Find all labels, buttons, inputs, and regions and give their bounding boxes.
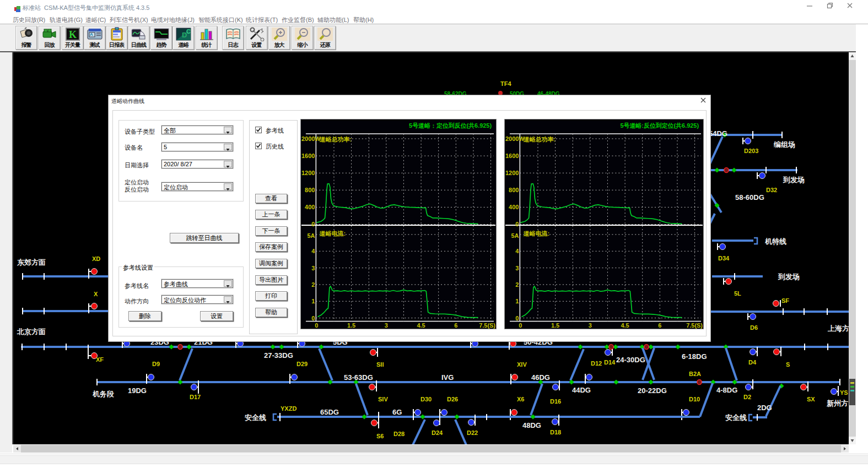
svg-text:D4: D4 [748, 359, 757, 366]
svg-text:X: X [94, 291, 98, 297]
svg-text:TF4: TF4 [500, 80, 511, 87]
svg-text:到发场: 到发场 [783, 176, 805, 184]
svg-text:D24: D24 [432, 429, 443, 436]
svg-text:YXZD: YXZD [281, 405, 296, 412]
svg-text:安全线: 安全线 [245, 413, 266, 422]
svg-text:机特线: 机特线 [764, 237, 786, 246]
svg-text:S6: S6 [376, 433, 384, 439]
svg-text:D6: D6 [750, 324, 758, 331]
svg-text:D18: D18 [550, 429, 561, 436]
svg-text:D26: D26 [447, 396, 458, 402]
svg-text:道峪总功率:: 道峪总功率: [319, 136, 352, 143]
svg-text:D22: D22 [467, 429, 478, 436]
svg-text:19DG: 19DG [128, 387, 147, 395]
svg-text:5号道峪:反位到定位(共6.925): 5号道峪:反位到定位(共6.925) [620, 122, 699, 129]
svg-text:XD: XD [92, 255, 100, 262]
svg-text:1.5: 1.5 [347, 322, 355, 329]
svg-text:7.5(S): 7.5(S) [479, 322, 495, 329]
svg-text:机务段: 机务段 [92, 390, 114, 398]
svg-text:1200: 1200 [301, 170, 315, 176]
svg-text:2DG: 2DG [757, 404, 772, 412]
svg-text:D12: D12 [591, 360, 602, 367]
svg-text:D34: D34 [718, 255, 730, 262]
svg-text:5号道峪：定位到反位(共6.925): 5号道峪：定位到反位(共6.925) [409, 122, 492, 129]
svg-text:2: 2 [311, 281, 315, 288]
svg-text:B2A: B2A [689, 371, 701, 377]
svg-text:道峪电流:: 道峪电流: [319, 230, 346, 237]
svg-text:6: 6 [454, 322, 457, 329]
svg-text:K: K [68, 29, 76, 40]
svg-text:XIV: XIV [517, 361, 527, 368]
svg-text:3: 3 [311, 265, 315, 271]
svg-text:0: 0 [311, 221, 315, 227]
svg-text:道峪电流:: 道峪电流: [523, 230, 549, 237]
svg-text:27-33DG: 27-33DG [264, 351, 293, 360]
svg-text:48DG: 48DG [522, 421, 541, 429]
svg-text:20-22DG: 20-22DG [638, 387, 667, 395]
svg-text:C: C [186, 28, 191, 35]
svg-text:6G: 6G [392, 408, 402, 416]
svg-text:D29: D29 [296, 361, 308, 367]
svg-text:7.5(S): 7.5(S) [686, 322, 703, 329]
svg-text:新州方: 新州方 [826, 399, 848, 407]
svg-text:到发场: 到发场 [778, 273, 800, 281]
svg-text:5A: 5A [511, 232, 519, 239]
svg-text:1: 1 [311, 298, 315, 304]
svg-text:800: 800 [305, 187, 315, 193]
svg-text:4.5: 4.5 [621, 322, 629, 329]
svg-text:D30: D30 [420, 396, 432, 402]
svg-text:400: 400 [305, 204, 315, 210]
svg-text:SF: SF [781, 297, 789, 304]
svg-text:D14: D14 [604, 359, 616, 366]
svg-text:SX: SX [807, 396, 815, 402]
svg-text:65DG: 65DG [320, 408, 339, 416]
svg-text:54DG: 54DG [709, 129, 727, 138]
svg-text:3: 3 [589, 322, 592, 329]
svg-text:0: 0 [515, 221, 519, 227]
svg-text:编组场: 编组场 [773, 140, 795, 149]
svg-text:44DG: 44DG [572, 386, 591, 394]
svg-text:53-63DG: 53-63DG [344, 373, 373, 382]
svg-text:3: 3 [385, 322, 388, 329]
svg-text:道峪总功率:: 道峪总功率: [523, 136, 556, 143]
svg-text:24-30DG: 24-30DG [616, 356, 645, 364]
svg-text:SIV: SIV [378, 396, 388, 402]
svg-text:3: 3 [515, 265, 519, 271]
svg-text:安全线: 安全线 [725, 413, 747, 422]
svg-text:D203: D203 [744, 148, 758, 154]
svg-text:上海方: 上海方 [828, 324, 849, 333]
svg-text:5L: 5L [734, 290, 741, 297]
svg-text:D16: D16 [550, 398, 561, 405]
svg-text:1200: 1200 [505, 170, 519, 176]
svg-text:6-18DG: 6-18DG [682, 352, 707, 361]
svg-text:XF: XF [96, 356, 104, 363]
svg-text:D17: D17 [190, 394, 201, 400]
svg-text:5A: 5A [307, 232, 315, 239]
svg-text:D9: D9 [152, 361, 160, 367]
svg-text:4.5: 4.5 [417, 322, 425, 329]
svg-text:400: 400 [509, 204, 519, 210]
svg-text:2: 2 [515, 281, 519, 288]
svg-text:D10: D10 [689, 396, 700, 402]
svg-text:2000W: 2000W [505, 135, 525, 142]
svg-text:SII: SII [376, 361, 384, 368]
svg-text:D28: D28 [393, 431, 405, 437]
svg-text:IVG: IVG [441, 373, 454, 382]
svg-text:S: S [786, 361, 790, 368]
svg-text:D2: D2 [743, 394, 751, 400]
svg-text:东郊方面: 东郊方面 [17, 258, 46, 266]
svg-text:0: 0 [519, 322, 522, 329]
svg-text:800: 800 [509, 187, 519, 193]
svg-text:4-8DG: 4-8DG [716, 386, 737, 394]
svg-text:X6: X6 [517, 396, 524, 402]
svg-text:0: 0 [315, 322, 318, 329]
svg-text:1: 1 [515, 298, 519, 304]
svg-text:1600: 1600 [505, 153, 519, 159]
svg-text:58-60DG: 58-60DG [735, 193, 764, 202]
svg-text:1.5: 1.5 [551, 322, 559, 329]
svg-text:4: 4 [311, 248, 315, 254]
svg-text:YS: YS [840, 389, 848, 396]
svg-text:0: 0 [311, 315, 315, 322]
svg-text:0: 0 [515, 315, 519, 322]
svg-text:D32: D32 [766, 187, 777, 193]
